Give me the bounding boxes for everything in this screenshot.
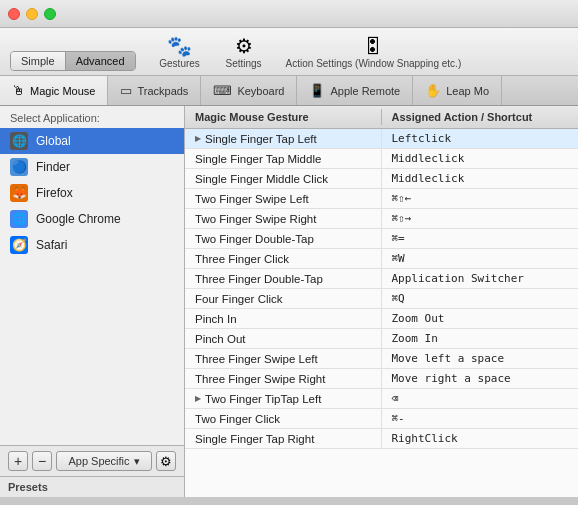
gestures-icon-button[interactable]: 🐾 Gestures (150, 34, 210, 71)
chrome-icon: 🌐 (10, 210, 28, 228)
tab-keyboard[interactable]: ⌨ Keyboard (201, 76, 297, 105)
settings-icon-button[interactable]: ⚙ Settings (214, 34, 274, 71)
table-row[interactable]: Pinch OutZoom In (185, 329, 578, 349)
main-content: Select Application: 🌐 Global 🔵 Finder 🦊 … (0, 106, 578, 497)
gesture-cell: Three Finger Double-Tap (185, 269, 382, 288)
gesture-cell: Single Finger Tap Left (185, 129, 382, 148)
tab-leap-mo-label: Leap Mo (446, 85, 489, 97)
sidebar-item-chrome[interactable]: 🌐 Google Chrome (0, 206, 184, 232)
close-button[interactable] (8, 8, 20, 20)
maximize-button[interactable] (44, 8, 56, 20)
sidebar-item-safari-label: Safari (36, 238, 67, 252)
table-row[interactable]: Three Finger Swipe LeftMove left a space (185, 349, 578, 369)
action-cell: Move right a space (382, 369, 579, 388)
table-row[interactable]: Three Finger Double-TapApplication Switc… (185, 269, 578, 289)
gesture-cell: Three Finger Swipe Right (185, 369, 382, 388)
view-toggle: Simple Advanced (10, 51, 136, 71)
toolbar: Simple Advanced 🐾 Gestures ⚙ Settings 🎛 … (0, 28, 578, 76)
action-cell: ⌘Q (382, 289, 579, 308)
table-row[interactable]: Four Finger Click⌘Q (185, 289, 578, 309)
sidebar-item-finder[interactable]: 🔵 Finder (0, 154, 184, 180)
gesture-cell: Four Finger Click (185, 289, 382, 308)
gestures-label: Gestures (159, 58, 200, 69)
presets-label: Presets (8, 481, 48, 493)
sidebar-list: 🌐 Global 🔵 Finder 🦊 Firefox 🌐 Google Chr… (0, 128, 184, 445)
table-row[interactable]: Pinch InZoom Out (185, 309, 578, 329)
table-row[interactable]: Single Finger Tap RightRightClick (185, 429, 578, 449)
action-settings-label: Action Settings (Window Snapping etc.) (286, 58, 462, 69)
gesture-cell: Single Finger Tap Middle (185, 149, 382, 168)
gestures-icon: 🐾 (167, 36, 192, 56)
sidebar-item-safari[interactable]: 🧭 Safari (0, 232, 184, 258)
dropdown-arrow-icon: ▾ (134, 455, 140, 468)
tab-bar: 🖱 Magic Mouse ▭ Trackpads ⌨ Keyboard 📱 A… (0, 76, 578, 106)
table-row[interactable]: Three Finger Click⌘W (185, 249, 578, 269)
simple-button[interactable]: Simple (11, 52, 66, 70)
sidebar: Select Application: 🌐 Global 🔵 Finder 🦊 … (0, 106, 185, 497)
tab-magic-mouse[interactable]: 🖱 Magic Mouse (0, 76, 108, 105)
tab-trackpads-label: Trackpads (137, 85, 188, 97)
tab-apple-remote-label: Apple Remote (330, 85, 400, 97)
safari-icon: 🧭 (10, 236, 28, 254)
table-row[interactable]: Single Finger Tap MiddleMiddleclick (185, 149, 578, 169)
action-cell: ⌘= (382, 229, 579, 248)
trackpads-icon: ▭ (120, 83, 132, 98)
action-cell: Zoom In (382, 329, 579, 348)
gesture-cell: Two Finger Click (185, 409, 382, 428)
action-cell: Middleclick (382, 149, 579, 168)
table-row[interactable]: Two Finger Swipe Right⌘⇧→ (185, 209, 578, 229)
table-row[interactable]: Two Finger Click⌘- (185, 409, 578, 429)
magic-mouse-icon: 🖱 (12, 83, 25, 98)
gear-button[interactable]: ⚙ (156, 451, 176, 471)
right-panel: Magic Mouse Gesture Assigned Action / Sh… (185, 106, 578, 497)
action-cell: Middleclick (382, 169, 579, 188)
presets-section: Presets (0, 476, 184, 497)
add-app-button[interactable]: + (8, 451, 28, 471)
keyboard-icon: ⌨ (213, 83, 232, 98)
gesture-cell: Two Finger TipTap Left (185, 389, 382, 408)
tab-keyboard-label: Keyboard (237, 85, 284, 97)
sidebar-footer: + − App Specific ▾ ⚙ (0, 445, 184, 476)
action-settings-icon: 🎛 (363, 36, 383, 56)
gesture-cell: Three Finger Swipe Left (185, 349, 382, 368)
app-specific-button[interactable]: App Specific ▾ (56, 451, 152, 471)
gesture-cell: Single Finger Middle Click (185, 169, 382, 188)
action-cell: Leftclick (382, 129, 579, 148)
tab-apple-remote[interactable]: 📱 Apple Remote (297, 76, 413, 105)
tab-magic-mouse-label: Magic Mouse (30, 85, 95, 97)
app-specific-label: App Specific (68, 455, 129, 467)
action-cell: Move left a space (382, 349, 579, 368)
minimize-button[interactable] (26, 8, 38, 20)
sidebar-item-global[interactable]: 🌐 Global (0, 128, 184, 154)
gesture-cell: Pinch Out (185, 329, 382, 348)
action-settings-icon-button[interactable]: 🎛 Action Settings (Window Snapping etc.) (278, 34, 470, 71)
action-cell: ⌘⇧← (382, 189, 579, 208)
gesture-cell: Single Finger Tap Right (185, 429, 382, 448)
sidebar-item-chrome-label: Google Chrome (36, 212, 121, 226)
settings-icon: ⚙ (235, 36, 253, 56)
action-cell: Zoom Out (382, 309, 579, 328)
action-cell: ⌘- (382, 409, 579, 428)
table-row[interactable]: Three Finger Swipe RightMove right a spa… (185, 369, 578, 389)
action-cell: Application Switcher (382, 269, 579, 288)
table-row[interactable]: Single Finger Middle ClickMiddleclick (185, 169, 578, 189)
gear-icon: ⚙ (160, 454, 172, 469)
remove-app-button[interactable]: − (32, 451, 52, 471)
sidebar-item-firefox[interactable]: 🦊 Firefox (0, 180, 184, 206)
table-body: Single Finger Tap LeftLeftclickSingle Fi… (185, 129, 578, 449)
tab-trackpads[interactable]: ▭ Trackpads (108, 76, 201, 105)
tab-leap-mo[interactable]: ✋ Leap Mo (413, 76, 502, 105)
gesture-column-header: Magic Mouse Gesture (185, 109, 382, 125)
advanced-button[interactable]: Advanced (66, 52, 135, 70)
table-row[interactable]: Single Finger Tap LeftLeftclick (185, 129, 578, 149)
table-row[interactable]: Two Finger TipTap Left⌫ (185, 389, 578, 409)
action-cell: RightClick (382, 429, 579, 448)
firefox-icon: 🦊 (10, 184, 28, 202)
table-row[interactable]: Two Finger Double-Tap⌘= (185, 229, 578, 249)
leap-mo-icon: ✋ (425, 83, 441, 98)
gesture-cell: Pinch In (185, 309, 382, 328)
table-header: Magic Mouse Gesture Assigned Action / Sh… (185, 106, 578, 129)
sidebar-item-global-label: Global (36, 134, 71, 148)
action-cell: ⌫ (382, 389, 579, 408)
table-row[interactable]: Two Finger Swipe Left⌘⇧← (185, 189, 578, 209)
